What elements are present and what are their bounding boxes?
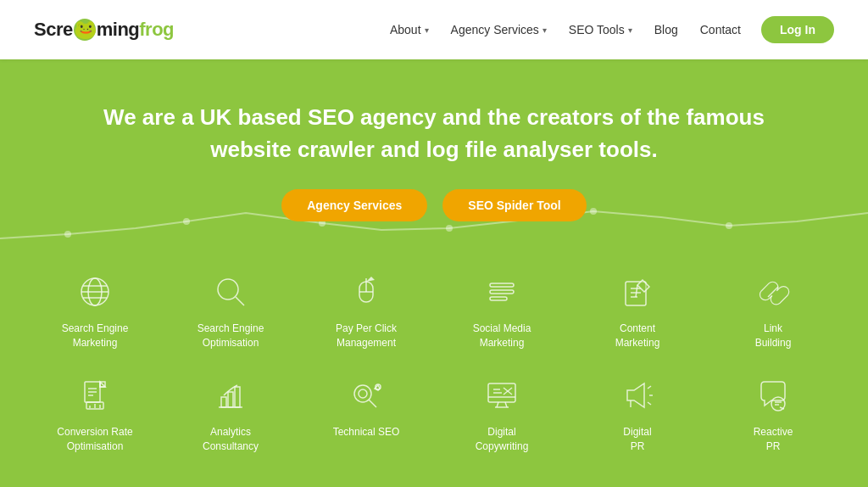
svg-rect-18 [490,290,514,294]
link-icon [752,271,794,313]
logo-text-ming: ming [97,19,140,41]
services-section: Search EngineMarketing Search EngineOpti… [0,247,868,487]
svg-point-4 [590,208,597,215]
svg-rect-19 [490,297,507,300]
main-nav: About ▾ Agency Services ▾ SEO Tools ▾ Bl… [381,16,834,43]
service-content-marketing[interactable]: ContentMarketing [570,255,705,359]
megaphone-icon [616,374,659,417]
service-label: ContentMarketing [615,322,660,350]
svg-line-25 [768,287,778,297]
globe-icon [74,271,116,313]
service-label: LinkBuilding [755,322,792,350]
mouse-icon [345,271,387,313]
service-search-engine-marketing[interactable]: Search EngineMarketing [27,255,163,359]
svg-rect-37 [228,392,233,407]
logo[interactable]: Scre🐸mingfrog [34,19,174,41]
bars-icon [481,271,523,313]
monitor-icon [481,374,523,417]
chevron-down-icon: ▾ [628,25,632,35]
service-label: Search EngineMarketing [62,322,129,350]
login-button[interactable]: Log In [761,16,834,43]
svg-point-0 [64,231,71,238]
svg-line-53 [648,402,651,405]
service-label: ReactivePR [754,425,793,454]
speech-icon [752,374,794,417]
service-seo[interactable]: Search EngineOptimisation [163,255,298,359]
document-icon [74,374,116,417]
services-grid-row1: Search EngineMarketing Search EngineOpti… [27,255,841,462]
service-digital-pr[interactable]: DigitalPR [570,359,705,462]
service-label: AnalyticsConsultancy [203,425,259,454]
service-label: Conversion RateOptimisation [57,425,132,454]
nav-about[interactable]: About ▾ [381,18,437,42]
gear-search-icon [345,374,387,417]
svg-line-51 [648,386,651,389]
service-technical-seo[interactable]: Technical SEO [298,359,434,462]
nav-blog[interactable]: Blog [646,18,687,42]
chart-icon [209,374,252,417]
service-label: Social MediaMarketing [473,322,531,350]
svg-rect-38 [235,387,240,407]
svg-point-11 [218,279,238,299]
svg-rect-36 [221,397,226,407]
service-digital-copywriting[interactable]: DigitalCopywriting [434,359,570,462]
svg-line-43 [497,402,498,407]
svg-line-44 [505,402,507,407]
seo-spider-tool-button[interactable]: SEO Spider Tool [442,189,586,221]
nav-agency-services[interactable]: Agency Services ▾ [442,18,555,42]
svg-line-24 [636,285,637,297]
svg-line-12 [236,297,244,305]
hero-section: We are a UK based SEO agency and the cre… [0,59,868,247]
service-label: DigitalPR [623,425,651,454]
logo-text-frog: frog [139,19,174,41]
service-label: Technical SEO [333,425,400,439]
search-icon [209,271,252,313]
chevron-down-icon: ▾ [542,25,547,35]
svg-point-5 [726,222,732,229]
logo-frog-icon: 🐸 [74,19,96,41]
agency-services-button[interactable]: Agency Services [281,189,427,221]
svg-point-3 [446,225,453,232]
svg-rect-17 [490,283,514,287]
logo-text-scre: Scre [34,19,73,41]
hero-tagline: We are a UK based SEO agency and the cre… [95,102,773,165]
nav-seo-tools[interactable]: SEO Tools ▾ [560,18,641,42]
service-reactive-pr[interactable]: ReactivePR [705,359,841,462]
hero-buttons: Agency Services SEO Spider Tool [281,189,587,221]
svg-point-40 [359,389,367,398]
svg-point-1 [183,218,190,225]
service-analytics[interactable]: AnalyticsConsultancy [163,359,298,462]
service-cro[interactable]: Conversion RateOptimisation [27,359,163,462]
service-link-building[interactable]: LinkBuilding [705,255,841,359]
service-label: DigitalCopywriting [476,425,529,454]
nav-contact[interactable]: Contact [692,18,749,42]
edit-icon [616,271,659,313]
service-social-media[interactable]: Social MediaMarketing [434,255,570,359]
service-label: Pay Per ClickManagement [336,322,397,350]
chevron-down-icon: ▾ [425,25,429,35]
service-label: Search EngineOptimisation [198,322,264,350]
service-ppc[interactable]: Pay Per ClickManagement [298,255,434,359]
header: Scre🐸mingfrog About ▾ Agency Services ▾ … [0,0,868,59]
